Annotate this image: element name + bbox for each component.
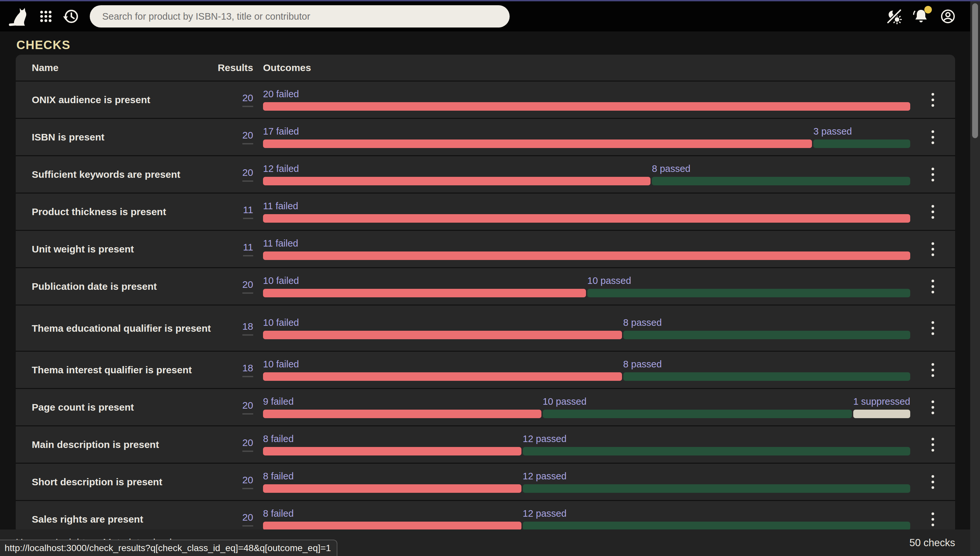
results-count-link[interactable]: 20	[243, 279, 253, 294]
outcome-bar-failed[interactable]	[263, 252, 910, 260]
outcome-label-suppressed[interactable]: 1 suppressed	[853, 396, 910, 407]
history-icon[interactable]	[62, 8, 80, 25]
check-name: Page count is present	[32, 401, 134, 413]
row-menu-icon[interactable]	[927, 360, 939, 380]
account-icon[interactable]	[940, 8, 956, 25]
results-count-link[interactable]: 11	[243, 242, 253, 256]
outcome-bar-failed[interactable]	[263, 289, 586, 297]
outcome-bar-passed[interactable]	[623, 331, 910, 339]
outcome-bar-failed[interactable]	[263, 331, 622, 339]
row-menu-icon[interactable]	[927, 397, 939, 417]
page-scrollbar[interactable]	[970, 1, 980, 556]
outcomes-bar: 20 failed	[263, 89, 910, 111]
apps-grid-icon[interactable]	[37, 8, 54, 25]
table-row: Unit weight is present 11 11 failed	[16, 230, 955, 267]
outcome-bar-failed[interactable]	[263, 139, 812, 148]
outcome-bar-failed[interactable]	[263, 447, 521, 456]
results-count-link[interactable]: 11	[243, 204, 253, 219]
row-menu-icon[interactable]	[927, 202, 939, 222]
row-menu-icon[interactable]	[927, 435, 939, 455]
outcome-label-passed[interactable]: 12 passed	[523, 433, 567, 444]
notifications-bell-icon[interactable]	[912, 8, 930, 25]
outcome-label-passed[interactable]: 10 passed	[543, 396, 587, 407]
cat-logo-icon[interactable]	[8, 6, 30, 27]
outcome-bar-passed[interactable]	[813, 139, 910, 148]
row-menu-icon[interactable]	[927, 239, 939, 259]
check-name: Thema educational qualifier is present	[32, 322, 211, 334]
outcome-segment-failed: 8 failed	[263, 508, 521, 530]
outcome-bar-passed[interactable]	[523, 522, 910, 530]
outcome-segment-passed: 8 passed	[623, 317, 910, 339]
outcome-label-passed[interactable]: 3 passed	[813, 126, 852, 137]
outcome-label-failed[interactable]: 11 failed	[263, 201, 298, 212]
outcome-bar-passed[interactable]	[623, 372, 910, 381]
results-count-link[interactable]: 20	[243, 474, 253, 489]
row-menu-icon[interactable]	[927, 90, 939, 110]
results-count-link[interactable]: 20	[243, 400, 253, 415]
outcome-label-passed[interactable]: 10 passed	[587, 275, 631, 286]
scrollbar-thumb[interactable]	[972, 3, 978, 138]
outcome-label-failed[interactable]: 10 failed	[263, 359, 299, 370]
check-name: Sales rights are present	[32, 513, 143, 525]
outcome-label-failed[interactable]: 20 failed	[263, 89, 299, 100]
outcome-label-passed[interactable]: 12 passed	[523, 471, 567, 482]
row-menu-icon[interactable]	[927, 164, 939, 185]
table-row: ONIX audience is present 20 20 failed	[16, 81, 955, 118]
outcome-bar-failed[interactable]	[263, 410, 542, 418]
results-count-link[interactable]: 18	[243, 362, 253, 377]
outcomes-bar: 10 failed8 passed	[263, 359, 910, 381]
outcome-bar-suppressed[interactable]	[853, 410, 910, 418]
check-name: Sufficient keywords are present	[32, 168, 181, 180]
outcomes-bar: 11 failed	[263, 201, 910, 223]
results-count-link[interactable]: 20	[243, 437, 253, 452]
outcome-bar-passed[interactable]	[523, 447, 910, 456]
results-count-link[interactable]: 20	[243, 167, 253, 182]
results-count-link[interactable]: 20	[243, 92, 253, 107]
outcome-segment-passed: 12 passed	[523, 471, 910, 493]
outcome-bar-passed[interactable]	[543, 410, 852, 418]
table-row: Thema interest qualifier is present 18 1…	[16, 351, 955, 388]
outcome-bar-failed[interactable]	[263, 214, 910, 223]
search-input[interactable]	[90, 5, 509, 27]
theme-toggle-icon[interactable]	[886, 8, 903, 25]
check-name: Thema interest qualifier is present	[32, 364, 192, 376]
row-menu-icon[interactable]	[927, 318, 939, 338]
check-name: Main description is present	[32, 438, 159, 451]
outcome-bar-failed[interactable]	[263, 522, 521, 530]
table-header-row: Name Results Outcomes	[16, 55, 955, 81]
outcome-bar-failed[interactable]	[263, 372, 622, 381]
check-name: Unit weight is present	[32, 243, 134, 255]
outcome-bar-passed[interactable]	[523, 484, 910, 493]
outcome-label-failed[interactable]: 9 failed	[263, 396, 294, 407]
results-count-link[interactable]: 18	[243, 321, 253, 336]
outcome-label-failed[interactable]: 10 failed	[263, 317, 299, 328]
outcome-label-failed[interactable]: 12 failed	[263, 163, 299, 174]
column-header-name: Name	[32, 62, 228, 73]
results-count-link[interactable]: 20	[243, 130, 253, 144]
outcome-label-failed[interactable]: 8 failed	[263, 471, 294, 482]
outcome-label-passed[interactable]: 12 passed	[523, 508, 567, 519]
outcome-bar-failed[interactable]	[263, 177, 650, 185]
outcome-label-failed[interactable]: 10 failed	[263, 275, 299, 286]
row-menu-icon[interactable]	[927, 509, 939, 530]
outcome-bar-passed[interactable]	[587, 289, 910, 297]
outcome-label-failed[interactable]: 11 failed	[263, 238, 298, 249]
row-menu-icon[interactable]	[927, 127, 939, 147]
outcome-bar-failed[interactable]	[263, 484, 521, 493]
outcome-label-failed[interactable]: 8 failed	[263, 508, 294, 519]
outcome-label-passed[interactable]: 8 passed	[623, 359, 662, 370]
outcome-segment-passed: 12 passed	[523, 508, 910, 530]
results-count-link[interactable]: 20	[243, 512, 253, 527]
outcome-segment-failed: 10 failed	[263, 317, 622, 339]
check-name: Product thickness is present	[32, 205, 166, 218]
outcome-label-failed[interactable]: 17 failed	[263, 126, 299, 137]
row-menu-icon[interactable]	[927, 276, 939, 297]
outcome-bar-passed[interactable]	[652, 177, 910, 185]
outcome-label-passed[interactable]: 8 passed	[652, 163, 691, 174]
outcome-label-passed[interactable]: 8 passed	[623, 317, 662, 328]
row-menu-icon[interactable]	[927, 472, 939, 492]
outcome-label-failed[interactable]: 8 failed	[263, 433, 294, 444]
outcome-segment-failed: 11 failed	[263, 238, 910, 260]
outcome-bar-failed[interactable]	[263, 102, 910, 111]
outcomes-bar: 8 failed12 passed	[263, 471, 910, 493]
